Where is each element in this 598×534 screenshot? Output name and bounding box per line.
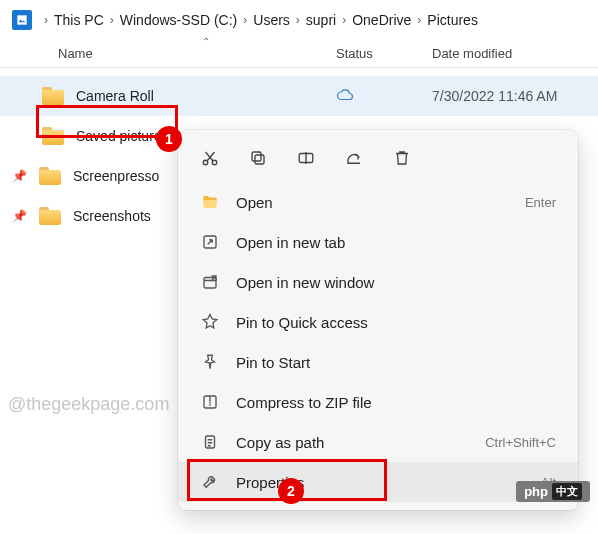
menu-open-new-tab[interactable]: Open in new tab — [178, 222, 578, 262]
wrench-icon — [200, 472, 220, 492]
chevron-right-icon: › — [340, 13, 348, 27]
menu-label: Copy as path — [236, 434, 469, 451]
share-icon[interactable] — [344, 148, 364, 168]
menu-label: Open in new window — [236, 274, 540, 291]
chevron-right-icon: › — [241, 13, 249, 27]
folder-icon — [39, 207, 61, 225]
php-badge: php 中文 — [516, 481, 590, 502]
folder-name: Camera Roll — [76, 88, 336, 104]
new-window-icon — [200, 272, 220, 292]
breadcrumb-item[interactable]: supri — [306, 12, 336, 28]
new-tab-icon — [200, 232, 220, 252]
menu-shortcut: Ctrl+Shift+C — [485, 435, 556, 450]
copy-path-icon — [200, 432, 220, 452]
menu-label: Pin to Quick access — [236, 314, 540, 331]
chevron-right-icon: › — [108, 13, 116, 27]
folder-icon — [39, 167, 61, 185]
copy-icon[interactable] — [248, 148, 268, 168]
date-modified: 7/30/2022 11:46 AM — [432, 88, 598, 104]
menu-label: Open in new tab — [236, 234, 540, 251]
menu-label: Open — [236, 194, 509, 211]
action-row — [178, 138, 578, 182]
php-badge-text: php — [524, 484, 548, 499]
pin-icon: 📌 — [12, 169, 27, 183]
menu-label: Pin to Start — [236, 354, 540, 371]
menu-compress-zip[interactable]: Compress to ZIP file — [178, 382, 578, 422]
column-date[interactable]: Date modified — [432, 46, 598, 61]
svg-rect-3 — [252, 152, 261, 161]
annotation-badge: 1 — [156, 126, 182, 152]
sort-indicator-icon: ⌃ — [202, 36, 210, 47]
breadcrumb-item[interactable]: OneDrive — [352, 12, 411, 28]
menu-label: Compress to ZIP file — [236, 394, 540, 411]
menu-open[interactable]: Open Enter — [178, 182, 578, 222]
column-status[interactable]: Status — [336, 46, 432, 61]
php-badge-suffix: 中文 — [552, 483, 582, 500]
chevron-right-icon: › — [42, 13, 50, 27]
folder-row[interactable]: Camera Roll 7/30/2022 11:46 AM — [0, 76, 598, 116]
status-icon — [336, 88, 432, 104]
watermark-text: @thegeekpage.com — [8, 394, 169, 415]
chevron-right-icon: › — [415, 13, 423, 27]
chevron-right-icon: › — [294, 13, 302, 27]
cloud-icon — [336, 89, 354, 101]
folder-open-icon — [200, 192, 220, 212]
svg-rect-6 — [204, 278, 216, 289]
column-name[interactable]: Name — [58, 46, 336, 61]
folder-icon — [42, 127, 64, 145]
cut-icon[interactable] — [200, 148, 220, 168]
pictures-app-icon — [12, 10, 32, 30]
menu-pin-start[interactable]: Pin to Start — [178, 342, 578, 382]
menu-copy-as-path[interactable]: Copy as path Ctrl+Shift+C — [178, 422, 578, 462]
breadcrumb-item[interactable]: Windows-SSD (C:) — [120, 12, 237, 28]
breadcrumb-item[interactable]: This PC — [54, 12, 104, 28]
pin-icon: 📌 — [12, 209, 27, 223]
svg-rect-2 — [255, 155, 264, 164]
folder-icon — [42, 87, 64, 105]
column-headers: ⌃ Name Status Date modified — [0, 40, 598, 68]
context-menu: Open Enter Open in new tab Open in new w… — [178, 130, 578, 510]
menu-pin-quick-access[interactable]: Pin to Quick access — [178, 302, 578, 342]
zip-icon — [200, 392, 220, 412]
delete-icon[interactable] — [392, 148, 412, 168]
breadcrumb-item[interactable]: Pictures — [427, 12, 478, 28]
breadcrumb-item[interactable]: Users — [253, 12, 290, 28]
breadcrumb: › This PC › Windows-SSD (C:) › Users › s… — [0, 0, 598, 40]
menu-open-new-window[interactable]: Open in new window — [178, 262, 578, 302]
pin-start-icon — [200, 352, 220, 372]
pin-quick-icon — [200, 312, 220, 332]
rename-icon[interactable] — [296, 148, 316, 168]
menu-shortcut: Enter — [525, 195, 556, 210]
annotation-badge: 2 — [278, 478, 304, 504]
